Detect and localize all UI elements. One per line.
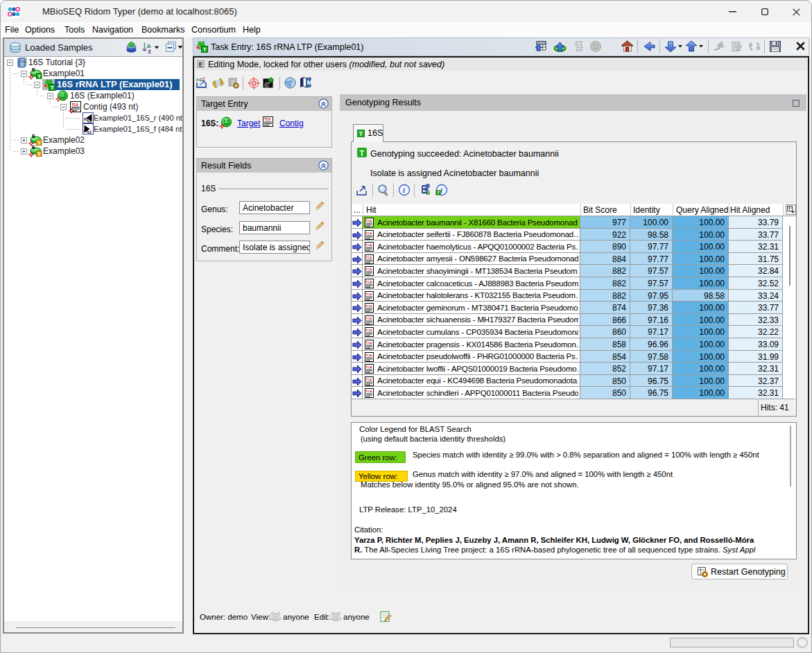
svg-text:TCA: TCA <box>366 256 372 259</box>
svg-text:TCA: TCA <box>366 280 372 284</box>
svg-text:TCA: TCA <box>71 103 79 107</box>
svg-text:TCA: TCA <box>366 304 372 308</box>
svg-text:TCA: TCA <box>264 118 271 122</box>
svg-text:TCA: TCA <box>366 268 372 271</box>
svg-text:TCA: TCA <box>366 341 372 345</box>
svg-text:E: E <box>32 68 35 73</box>
svg-text:TCA: TCA <box>366 365 372 369</box>
svg-text:Prep: Prep <box>20 60 26 63</box>
svg-text:T: T <box>360 149 365 157</box>
svg-text:TCA: TCA <box>366 219 372 223</box>
svg-text:TCA: TCA <box>366 329 372 332</box>
svg-text:TCA: TCA <box>366 292 372 295</box>
svg-text:VA: VA <box>265 85 269 88</box>
svg-text:TCA: TCA <box>366 243 372 247</box>
svg-text:T: T <box>427 191 429 195</box>
svg-text:T: T <box>37 152 41 157</box>
svg-text:T: T <box>359 130 363 137</box>
svg-text:M: M <box>307 79 313 86</box>
svg-text:TCA: TCA <box>366 353 372 356</box>
svg-text:E: E <box>32 146 35 150</box>
svg-text:z: z <box>148 47 151 54</box>
svg-text:T: T <box>37 141 41 146</box>
svg-text:E: E <box>32 134 35 139</box>
svg-text:A: A <box>196 78 199 82</box>
svg-text:T: T <box>51 85 54 91</box>
svg-text:G: G <box>199 78 202 82</box>
svg-text:T: T <box>37 74 41 79</box>
svg-text:TCA: TCA <box>366 390 372 393</box>
svg-text:T: T <box>203 46 207 53</box>
svg-text:TCA: TCA <box>366 378 372 381</box>
svg-text:TCA: TCA <box>366 231 372 234</box>
svg-text:TCA: TCA <box>366 317 372 320</box>
